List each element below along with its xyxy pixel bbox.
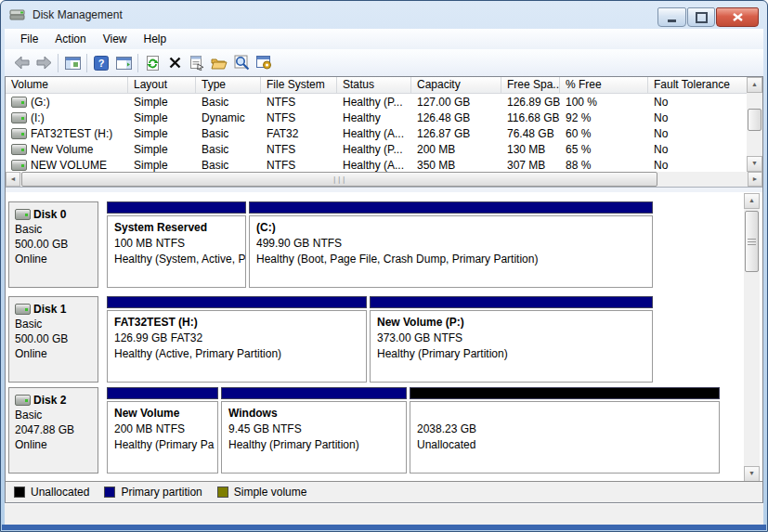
disk-name: Disk 0	[33, 207, 66, 222]
toolbar-separator	[86, 54, 87, 72]
partition-fat32test[interactable]: FAT32TEST (H:) 126.99 GB FAT32 Healthy (…	[107, 296, 367, 383]
show-console-tree-button[interactable]	[61, 53, 84, 73]
vscroll-thumb[interactable]	[745, 211, 759, 272]
cell-status: Healthy (A...	[337, 125, 411, 141]
scroll-down-icon[interactable]: ▼	[744, 466, 760, 482]
volume-icon	[11, 144, 27, 155]
cell-volume: (I:)	[31, 110, 45, 125]
partition-detail: 2038.23 GB	[417, 422, 712, 437]
partition-status: Healthy (System, Active, P	[114, 252, 239, 267]
cell-fault-tolerance: No	[648, 125, 762, 141]
disk1-header[interactable]: Disk 1 Basic 500.00 GB Online	[8, 296, 98, 383]
restore-button[interactable]	[687, 7, 715, 27]
open-button[interactable]	[208, 53, 230, 73]
settings-button[interactable]	[253, 53, 275, 73]
menu-view[interactable]: View	[95, 30, 136, 48]
vscroll-thumb[interactable]	[748, 109, 761, 131]
close-icon	[733, 13, 743, 21]
table-row[interactable]: (I:) Simple Dynamic NTFS Healthy 126.48 …	[6, 110, 762, 125]
scroll-right-icon[interactable]: ►	[748, 172, 762, 187]
volume-list-vscrollbar[interactable]: ▲ ▼	[747, 77, 762, 172]
table-row[interactable]: NEW VOLUME Simple Basic NTFS Healthy (A.…	[6, 157, 762, 173]
forward-button[interactable]	[33, 53, 55, 73]
partition-status: Healthy (Boot, Page File, Crash Dump, Pr…	[256, 252, 645, 267]
back-button[interactable]	[10, 53, 33, 73]
refresh-button[interactable]	[141, 53, 163, 73]
partition-windows[interactable]: Windows 9.45 GB NTFS Healthy (Primary Pa…	[221, 387, 407, 474]
disk0-header[interactable]: Disk 0 Basic 500.00 GB Online	[8, 201, 98, 288]
legend-label: Simple volume	[234, 486, 307, 499]
volume-icon	[11, 112, 27, 123]
toolbar-separator	[58, 54, 59, 72]
delete-button[interactable]	[163, 53, 186, 73]
cell-layout: Simple	[128, 157, 196, 173]
column-header-file-system[interactable]: File System	[261, 77, 337, 94]
cell-pct-free: 100 %	[560, 94, 648, 110]
cell-status: Healthy (A...	[337, 157, 411, 173]
partition-status: Healthy (Primary Partition)	[228, 437, 399, 453]
volume-table-header: Volume Layout Type File System Status Ca…	[6, 77, 762, 94]
column-header-pct-free[interactable]: % Free	[560, 77, 648, 94]
magnifier-icon	[234, 55, 250, 71]
show-action-pane-button[interactable]	[112, 53, 135, 73]
toolbar: ?	[5, 49, 763, 76]
disk-type: Basic	[15, 222, 92, 237]
title-bar[interactable]: Disk Management	[1, 1, 767, 29]
help-button[interactable]: ?	[90, 53, 112, 73]
volume-icon	[11, 97, 27, 108]
partition-detail: 373.00 GB NTFS	[377, 331, 645, 346]
cell-pct-free: 92 %	[560, 110, 648, 125]
partition-new-volume-p[interactable]: New Volume (P:) 373.00 GB NTFS Healthy (…	[370, 296, 653, 383]
partition-new-volume[interactable]: New Volume 200 MB NTFS Healthy (Primary …	[107, 387, 218, 474]
disk-row-0: Disk 0 Basic 500.00 GB Online System Res…	[8, 201, 653, 288]
disk-type: Basic	[15, 408, 92, 422]
menu-file[interactable]: File	[12, 30, 46, 48]
column-header-volume[interactable]: Volume	[6, 77, 128, 94]
column-header-status[interactable]: Status	[337, 77, 411, 94]
svg-text:?: ?	[98, 58, 105, 69]
column-header-type[interactable]: Type	[196, 77, 261, 94]
partition-detail: 100 MB NTFS	[114, 236, 239, 252]
partition-system-reserved[interactable]: System Reserved 100 MB NTFS Healthy (Sys…	[107, 201, 246, 288]
minimize-button[interactable]	[657, 7, 686, 27]
properties-button[interactable]	[186, 53, 208, 73]
partition-color-bar	[107, 387, 218, 399]
partition-c[interactable]: (C:) 499.90 GB NTFS Healthy (Boot, Page …	[249, 201, 653, 288]
scroll-up-icon[interactable]: ▲	[744, 193, 760, 209]
rescan-disks-button[interactable]	[230, 53, 253, 73]
legend-unallocated: Unallocated	[14, 486, 89, 499]
toolbar-separator	[137, 54, 138, 72]
volume-icon	[11, 128, 27, 139]
pane-splitter[interactable]	[6, 187, 762, 192]
column-header-fault-tolerance[interactable]: Fault Tolerance	[648, 77, 762, 94]
table-row[interactable]: FAT32TEST (H:) Simple Basic FAT32 Health…	[6, 125, 762, 141]
partition-title: FAT32TEST (H:)	[114, 315, 359, 331]
disk-pane-vscrollbar[interactable]: ▲ ▼	[744, 193, 760, 482]
close-button[interactable]	[716, 7, 759, 27]
disk-size: 500.00 GB	[15, 331, 92, 346]
scroll-left-icon[interactable]: ◄	[6, 172, 20, 187]
table-row[interactable]: (G:) Simple Basic NTFS Healthy (P... 127…	[6, 94, 762, 110]
menu-action[interactable]: Action	[46, 30, 94, 48]
column-header-layout[interactable]: Layout	[128, 77, 196, 94]
menu-help[interactable]: Help	[136, 30, 176, 48]
scroll-up-icon[interactable]: ▲	[747, 77, 762, 93]
cell-layout: Simple	[128, 110, 196, 125]
cell-type: Basic	[196, 141, 261, 157]
disk-size: 500.00 GB	[15, 237, 92, 252]
properties-icon	[189, 56, 204, 71]
disk2-header[interactable]: Disk 2 Basic 2047.88 GB Online	[8, 387, 98, 474]
partition-unallocated[interactable]: 2038.23 GB Unallocated	[410, 387, 720, 474]
column-header-free-space[interactable]: Free Spa...	[501, 77, 560, 94]
disk-size: 2047.88 GB	[15, 422, 92, 437]
cell-pct-free: 88 %	[560, 157, 648, 173]
table-row[interactable]: New Volume Simple Basic NTFS Healthy (P.…	[6, 141, 762, 157]
partition-detail: 9.45 GB NTFS	[228, 422, 399, 437]
cell-type: Basic	[196, 94, 261, 110]
primary-partition-swatch-icon	[104, 487, 115, 498]
hscroll-thumb[interactable]: ∣∣∣	[21, 172, 657, 187]
partition-title: Windows	[228, 406, 399, 422]
volume-list-hscrollbar[interactable]: ◄ ∣∣∣ ►	[6, 172, 762, 187]
column-header-capacity[interactable]: Capacity	[411, 77, 501, 94]
scroll-down-icon[interactable]: ▼	[747, 156, 762, 172]
